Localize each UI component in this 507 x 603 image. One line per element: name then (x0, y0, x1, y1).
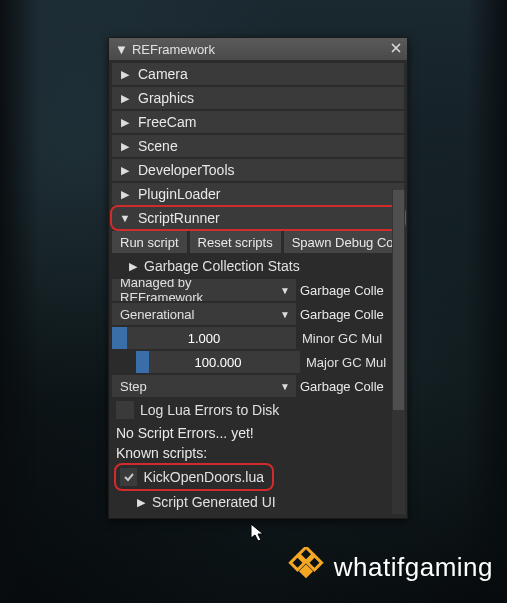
tree-label: PluginLoader (138, 186, 221, 202)
scrollbar-thumb[interactable] (393, 190, 404, 410)
tree-label: ScriptRunner (138, 210, 220, 226)
window-body: ▶ Camera ▶ Graphics ▶ FreeCam ▶ Scene ▶ … (109, 60, 407, 518)
brand-text: whatifgaming (334, 552, 493, 583)
tree-label: DeveloperTools (138, 162, 235, 178)
slider-value: 100.000 (136, 351, 300, 373)
combo-value: Managed by REFramework (120, 279, 272, 301)
vertical-scrollbar[interactable] (392, 190, 405, 514)
gc-type-label: Garbage Colle (300, 303, 384, 325)
tree-item-developertools[interactable]: ▶ DeveloperTools (112, 159, 404, 181)
slider-value: 1.000 (112, 327, 296, 349)
expand-icon: ▶ (118, 68, 132, 81)
chevron-down-icon: ▼ (280, 309, 290, 320)
known-scripts-label: Known scripts: (112, 443, 404, 463)
chevron-down-icon: ▼ (280, 285, 290, 296)
tree-item-pluginloader[interactable]: ▶ PluginLoader (112, 183, 404, 205)
window-titlebar[interactable]: ▼ REFramework (109, 38, 407, 60)
expand-icon: ▶ (126, 260, 140, 273)
combo-value: Step (120, 379, 147, 394)
brand-icon (284, 547, 328, 587)
tree-item-graphics[interactable]: ▶ Graphics (112, 87, 404, 109)
tree-label: FreeCam (138, 114, 196, 130)
collapse-icon: ▼ (118, 212, 132, 224)
expand-icon: ▶ (118, 92, 132, 105)
script-button-row: Run script Reset scripts Spawn Debug Co (112, 231, 404, 253)
gc-managed-label: Garbage Colle (300, 279, 384, 301)
script-gen-ui-label: Script Generated UI (152, 494, 276, 510)
minor-gc-slider[interactable]: 1.000 (112, 327, 296, 349)
tree-label: Graphics (138, 90, 194, 106)
known-script-item[interactable]: KickOpenDoors.lua (116, 465, 272, 489)
log-errors-row: Log Lua Errors to Disk (112, 399, 404, 421)
tree-item-camera[interactable]: ▶ Camera (112, 63, 404, 85)
gc-step-combo[interactable]: Step ▼ (112, 375, 296, 397)
tree-label: Camera (138, 66, 188, 82)
tree-label: Scene (138, 138, 178, 154)
gc-type-combo[interactable]: Generational ▼ (112, 303, 296, 325)
collapse-icon[interactable]: ▼ (115, 42, 128, 57)
run-script-button[interactable]: Run script (112, 231, 187, 253)
gc-step-label: Garbage Colle (300, 375, 384, 397)
expand-icon: ▶ (118, 140, 132, 153)
log-errors-label: Log Lua Errors to Disk (140, 402, 279, 418)
chevron-down-icon: ▼ (280, 381, 290, 392)
window-title: REFramework (132, 42, 215, 57)
major-gc-slider[interactable]: 100.000 (136, 351, 300, 373)
script-generated-ui-header[interactable]: ▶ Script Generated UI (112, 491, 404, 513)
major-gc-label: Major GC Mul (306, 351, 386, 373)
log-errors-checkbox[interactable] (116, 401, 134, 419)
gc-stats-header[interactable]: ▶ Garbage Collection Stats (112, 255, 404, 277)
watermark-logo: whatifgaming (284, 547, 493, 587)
minor-gc-label: Minor GC Mul (302, 327, 382, 349)
gc-managed-combo[interactable]: Managed by REFramework ▼ (112, 279, 296, 301)
spawn-debug-button[interactable]: Spawn Debug Co (284, 231, 402, 253)
tree-item-scene[interactable]: ▶ Scene (112, 135, 404, 157)
tree-item-scriptrunner[interactable]: ▼ ScriptRunner (112, 207, 404, 229)
script-name: KickOpenDoors.lua (143, 469, 264, 485)
expand-icon: ▶ (118, 164, 132, 177)
script-error-status: No Script Errors... yet! (112, 423, 404, 443)
tree-item-freecam[interactable]: ▶ FreeCam (112, 111, 404, 133)
expand-icon: ▶ (134, 496, 148, 509)
gc-stats-label: Garbage Collection Stats (144, 258, 300, 274)
expand-icon: ▶ (118, 188, 132, 201)
combo-value: Generational (120, 307, 194, 322)
reframework-window: ▼ REFramework ▶ Camera ▶ Graphics ▶ Free… (108, 37, 408, 519)
expand-icon: ▶ (118, 116, 132, 129)
reset-scripts-button[interactable]: Reset scripts (190, 231, 281, 253)
close-icon[interactable] (389, 42, 403, 57)
script-enabled-checkbox[interactable] (120, 468, 137, 486)
